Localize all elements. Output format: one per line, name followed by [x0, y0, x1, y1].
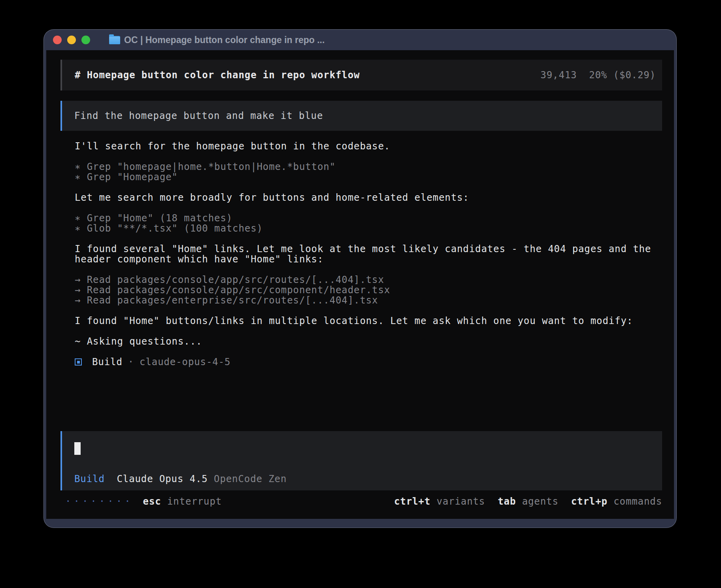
- window-title: OC | Homepage button color change in rep…: [124, 35, 325, 45]
- assistant-text-line: I found several "Home" links. Let me loo…: [75, 244, 662, 264]
- spinner-dots: ········: [65, 496, 133, 507]
- tool-call-line: ∗ Grep "homepage|home.*button|Home.*butt…: [75, 162, 662, 172]
- tool-call-line: → Read packages/enterprise/src/routes/[.…: [75, 295, 662, 305]
- tool-call-line: → Read packages/console/app/src/componen…: [75, 285, 662, 295]
- user-message: Find the homepage button and make it blu…: [60, 101, 662, 131]
- tool-call-line: ∗ Grep "Homepage": [75, 172, 662, 182]
- status-bar-left: ········ esc interrupt: [65, 496, 222, 507]
- token-count: 39,413: [540, 70, 577, 81]
- zoom-button[interactable]: [81, 36, 90, 44]
- shortcut-key: ctrl+t: [394, 496, 430, 507]
- shortcut-label: variants: [430, 496, 485, 507]
- transcript: I'll search for the homepage button in t…: [75, 141, 662, 347]
- input-mode-line: Build Claude Opus 4.5 OpenCode Zen: [74, 474, 656, 484]
- shortcut-key: esc: [143, 496, 161, 507]
- folder-icon: [109, 36, 120, 44]
- session-title: # Homepage button color change in repo w…: [75, 70, 360, 80]
- tool-call-line: ∗ Glob "**/*.tsx" (100 matches): [75, 223, 662, 234]
- status-left-shortcuts: esc interrupt: [143, 496, 222, 507]
- blank-line: [75, 203, 662, 213]
- assistant-text-line: I found "Home" buttons/links in multiple…: [75, 316, 662, 326]
- shortcut-label: agents: [516, 496, 558, 507]
- window-titlebar[interactable]: OC | Homepage button color change in rep…: [44, 30, 676, 50]
- shortcut-tab: tab agents: [498, 496, 559, 507]
- context-usage: 20% ($0.29): [589, 70, 656, 81]
- desktop-background: OC | Homepage button color change in rep…: [0, 0, 721, 588]
- shortcut-ctrl-p: ctrl+p commands: [571, 496, 662, 507]
- input-model: Claude Opus 4.5: [117, 473, 208, 484]
- blank-line: [75, 264, 662, 275]
- blank-line: [75, 326, 662, 336]
- user-message-text: Find the homepage button and make it blu…: [74, 111, 323, 121]
- terminal-window: OC | Homepage button color change in rep…: [43, 29, 677, 528]
- agent-model: claude-opus-4-5: [140, 357, 230, 367]
- agent-status-line: Build · claude-opus-4-5: [75, 357, 662, 367]
- terminal-content: # Homepage button color change in repo w…: [46, 50, 674, 519]
- session-header: # Homepage button color change in repo w…: [60, 60, 662, 90]
- flex-spacer: [60, 367, 662, 431]
- close-button[interactable]: [53, 36, 62, 44]
- traffic-lights: [53, 36, 90, 44]
- assistant-text-line: Let me search more broadly for buttons a…: [75, 192, 662, 203]
- blank-line: [75, 234, 662, 244]
- shortcut-esc: esc interrupt: [143, 496, 222, 507]
- assistant-text-line: I'll search for the homepage button in t…: [75, 141, 662, 151]
- tool-call-line: ∗ Grep "Home" (18 matches): [75, 213, 662, 223]
- prompt-input[interactable]: Build Claude Opus 4.5 OpenCode Zen: [60, 431, 662, 490]
- text-cursor: [74, 442, 81, 455]
- blank-line: [75, 182, 662, 192]
- shortcut-label: interrupt: [161, 496, 222, 507]
- blank-line: [75, 151, 662, 162]
- assistant-text-line: ~ Asking questions...: [75, 336, 662, 347]
- status-right-shortcuts: ctrl+t variantstab agentsctrl+p commands: [394, 496, 662, 507]
- shortcut-label: commands: [608, 496, 662, 507]
- agent-separator: ·: [128, 357, 134, 367]
- agent-name: Build: [92, 357, 123, 367]
- build-agent-icon: [75, 358, 82, 366]
- session-stats: 39,413 20% ($0.29): [540, 70, 656, 80]
- input-provider: OpenCode Zen: [214, 473, 287, 484]
- shortcut-ctrl-t: ctrl+t variants: [394, 496, 485, 507]
- shortcut-key: tab: [498, 496, 516, 507]
- status-bar: ········ esc interrupt ctrl+t variantsta…: [60, 496, 662, 507]
- tool-call-line: → Read packages/console/app/src/routes/[…: [75, 275, 662, 285]
- input-mode: Build: [74, 473, 105, 484]
- shortcut-key: ctrl+p: [571, 496, 608, 507]
- minimize-button[interactable]: [67, 36, 76, 44]
- blank-line: [75, 305, 662, 316]
